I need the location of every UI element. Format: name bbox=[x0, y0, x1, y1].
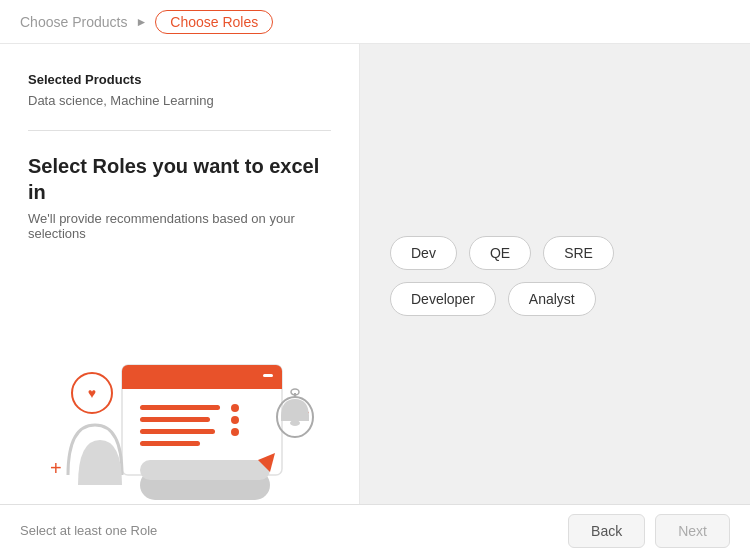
svg-point-13 bbox=[231, 416, 239, 424]
role-chip-dev[interactable]: Dev bbox=[390, 236, 457, 270]
next-button[interactable]: Next bbox=[655, 514, 730, 548]
svg-rect-9 bbox=[140, 417, 210, 422]
svg-rect-21 bbox=[140, 460, 270, 480]
select-roles-title: Select Roles you want to excel in bbox=[28, 153, 331, 205]
illustration: + + ♥ bbox=[28, 265, 331, 504]
selected-products-value: Data science, Machine Learning bbox=[28, 93, 331, 108]
breadcrumb-header: Choose Products ► Choose Roles bbox=[0, 0, 750, 44]
footer: Select at least one Role Back Next bbox=[0, 504, 750, 556]
role-chip-developer[interactable]: Developer bbox=[390, 282, 496, 316]
footer-buttons: Back Next bbox=[568, 514, 730, 548]
svg-rect-10 bbox=[140, 429, 215, 434]
roles-grid: DevQESREDeveloperAnalyst bbox=[390, 236, 720, 316]
breadcrumb-arrow: ► bbox=[135, 15, 147, 29]
breadcrumb-step1[interactable]: Choose Products bbox=[20, 14, 127, 30]
roles-area: DevQESREDeveloperAnalyst bbox=[360, 44, 750, 504]
svg-point-14 bbox=[231, 428, 239, 436]
select-roles-subtitle: We'll provide recommendations based on y… bbox=[28, 211, 331, 241]
role-chip-qe[interactable]: QE bbox=[469, 236, 531, 270]
back-button[interactable]: Back bbox=[568, 514, 645, 548]
svg-rect-8 bbox=[140, 405, 220, 410]
breadcrumb-step2[interactable]: Choose Roles bbox=[155, 10, 273, 34]
svg-rect-11 bbox=[140, 441, 200, 446]
selected-products-label: Selected Products bbox=[28, 72, 331, 87]
svg-rect-6 bbox=[122, 377, 282, 389]
footer-hint: Select at least one Role bbox=[20, 523, 157, 538]
svg-text:♥: ♥ bbox=[87, 385, 95, 401]
svg-point-17 bbox=[290, 420, 300, 426]
divider bbox=[28, 130, 331, 131]
svg-text:+: + bbox=[50, 457, 62, 479]
role-chip-sre[interactable]: SRE bbox=[543, 236, 614, 270]
left-panel: Selected Products Data science, Machine … bbox=[0, 44, 360, 504]
svg-rect-7 bbox=[263, 374, 273, 377]
main-content: Selected Products Data science, Machine … bbox=[0, 44, 750, 504]
svg-point-12 bbox=[231, 404, 239, 412]
role-chip-analyst[interactable]: Analyst bbox=[508, 282, 596, 316]
right-panel: DevQESREDeveloperAnalyst bbox=[360, 44, 750, 504]
